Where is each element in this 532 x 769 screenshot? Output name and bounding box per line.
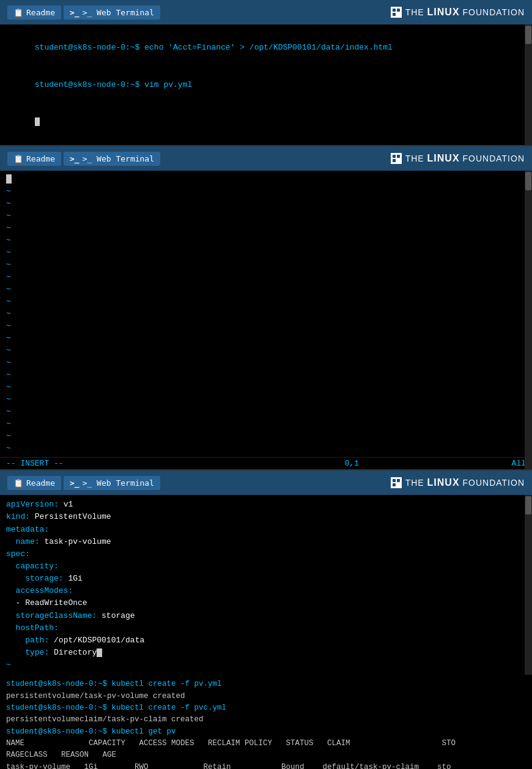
- cmd-line-1-2: student@sk8s-node-0:~$ vim pv.yml: [6, 66, 526, 103]
- cmd-line-1-cursor: [6, 103, 526, 140]
- vim-tilde-10: ~: [6, 295, 526, 308]
- cmd-3-5: student@sk8s-node-0:~$ kubectl get pv: [6, 726, 526, 738]
- yaml-line-3: metadata:: [6, 524, 526, 536]
- scrollbar-2[interactable]: [525, 171, 532, 469]
- yaml-line-7: storage: 1Gi: [6, 573, 526, 585]
- vim-tilde-18: ~: [6, 393, 526, 406]
- vim-tilde-5: ~: [6, 234, 526, 247]
- yaml-line-1: apiVersion: v1: [6, 499, 526, 511]
- vim-tilde-22: ~: [6, 442, 526, 455]
- cmd-area-3[interactable]: student@sk8s-node-0:~$ kubectl create -f…: [0, 675, 532, 769]
- vim-tilde-8: ~: [6, 271, 526, 283]
- terminal-label-2: >_ Web Terminal: [83, 154, 154, 163]
- vim-cursor-2: [6, 174, 12, 184]
- cmd-3-7: RAGECLASS REASON AGE: [6, 749, 526, 761]
- terminal-area-1[interactable]: student@sk8s-node-0:~$ echo 'Acct=Financ…: [0, 24, 532, 145]
- vim-tilde-6: ~: [6, 247, 526, 259]
- vim-tilde-9: ~: [6, 283, 526, 295]
- vim-tilde-7: ~: [6, 259, 526, 271]
- terminal-icon-3: >_: [70, 478, 79, 488]
- linux-foundation-icon-2: [391, 153, 402, 164]
- cmd-3-8: task-pv-volume 1Gi RWO Retain Bound defa…: [6, 762, 526, 769]
- yaml-line-10: storageClassName: storage: [6, 610, 526, 622]
- terminal-tab-1[interactable]: >_ >_ Web Terminal: [64, 6, 160, 20]
- vim-tilde-11: ~: [6, 308, 526, 320]
- cmd-3-1: student@sk8s-node-0:~$ kubectl create -f…: [6, 678, 526, 690]
- vim-tilde-1: ~: [6, 185, 526, 198]
- svg-rect-5: [393, 155, 396, 158]
- vim-statusbar-2: -- INSERT -- 0,1 All: [0, 457, 532, 469]
- yaml-line-13: type: Directory: [6, 647, 526, 659]
- vim-tilde-4: ~: [6, 222, 526, 234]
- svg-rect-10: [397, 479, 400, 482]
- svg-rect-2: [397, 9, 400, 12]
- yaml-area-3[interactable]: apiVersion: v1 kind: PersistentVolume me…: [0, 495, 532, 675]
- panel-3: 📋 Readme >_ >_ Web Terminal THE LINUX FO…: [0, 470, 532, 769]
- header-bar-2: 📋 Readme >_ >_ Web Terminal THE LINUX FO…: [0, 146, 532, 171]
- vim-tilde-13: ~: [6, 332, 526, 344]
- scrollbar-1[interactable]: [525, 24, 532, 145]
- vim-tilde-21: ~: [6, 430, 526, 442]
- yaml-line-6: capacity:: [6, 560, 526, 573]
- terminal-icon-2: >_: [70, 154, 79, 163]
- linux-foundation-icon-3: [391, 477, 402, 488]
- yaml-line-12: path: /opt/KDSP00101/data: [6, 634, 526, 647]
- yaml-line-4: name: task-pv-volume: [6, 536, 526, 548]
- vim-cursor-line: [6, 173, 526, 185]
- header-bar-1: 📋 Readme >_ >_ Web Terminal THE LINUX FO…: [0, 0, 532, 24]
- svg-rect-8: [391, 477, 402, 488]
- readme-icon-3: 📋: [13, 478, 23, 488]
- svg-rect-0: [391, 7, 402, 18]
- prompt-1-2: student@sk8s-node-0:~$ vim pv.yml: [35, 80, 192, 89]
- readme-icon-1: 📋: [13, 8, 23, 17]
- svg-rect-7: [393, 159, 396, 162]
- vim-mode-2: -- INSERT --: [6, 459, 64, 468]
- terminal-icon-1: >_: [70, 8, 79, 17]
- brand-logo-2: THE LINUX FOUNDATION: [391, 153, 525, 164]
- readme-label-1: Readme: [26, 8, 55, 17]
- vim-tilde-20: ~: [6, 418, 526, 430]
- header-tabs-1: 📋 Readme >_ >_ Web Terminal: [7, 6, 160, 20]
- svg-rect-4: [391, 153, 402, 164]
- vim-content-2: ~ ~ ~ ~ ~ ~ ~ ~ ~ ~ ~ ~ ~ ~ ~ ~ ~ ~ ~ ~ …: [0, 171, 532, 457]
- readme-label-2: Readme: [26, 154, 55, 163]
- header-tabs-3: 📋 Readme >_ >_ Web Terminal: [7, 476, 160, 490]
- vim-tilde-17: ~: [6, 381, 526, 393]
- readme-tab-1[interactable]: 📋 Readme: [7, 6, 61, 20]
- panel-2: 📋 Readme >_ >_ Web Terminal THE LINUX FO…: [0, 146, 532, 470]
- terminal-tab-3[interactable]: >_ >_ Web Terminal: [64, 476, 160, 490]
- cursor-1: [35, 117, 40, 126]
- vim-area-2[interactable]: ~ ~ ~ ~ ~ ~ ~ ~ ~ ~ ~ ~ ~ ~ ~ ~ ~ ~ ~ ~ …: [0, 171, 532, 469]
- readme-icon-2: 📋: [13, 154, 23, 163]
- yaml-line-8: accessModes:: [6, 585, 526, 597]
- vim-pos-2: 0,1 All: [345, 459, 526, 468]
- linux-foundation-icon-1: [391, 7, 402, 18]
- yaml-tilde: ~: [6, 659, 526, 671]
- panel-1: 📋 Readme >_ >_ Web Terminal THE LINUX FO…: [0, 0, 532, 146]
- vim-tilde-19: ~: [6, 406, 526, 418]
- brand-text-1: THE LINUX FOUNDATION: [405, 7, 525, 18]
- header-tabs-2: 📋 Readme >_ >_ Web Terminal: [7, 152, 160, 166]
- scrollbar-3[interactable]: [525, 495, 532, 675]
- svg-rect-6: [397, 155, 400, 158]
- brand-logo-1: THE LINUX FOUNDATION: [391, 7, 525, 18]
- prompt-1-1: student@sk8s-node-0:~$ echo 'Acct=Financ…: [35, 43, 393, 52]
- vim-tilde-16: ~: [6, 369, 526, 381]
- yaml-line-11: hostPath:: [6, 622, 526, 634]
- vim-tilde-2: ~: [6, 198, 526, 210]
- readme-tab-2[interactable]: 📋 Readme: [7, 152, 61, 166]
- vim-tilde-12: ~: [6, 320, 526, 332]
- vim-tilde-3: ~: [6, 210, 526, 222]
- cmd-3-3: student@sk8s-node-0:~$ kubectl create -f…: [6, 702, 526, 714]
- vim-tilde-15: ~: [6, 357, 526, 369]
- vim-tilde-14: ~: [6, 344, 526, 357]
- svg-rect-9: [393, 479, 396, 482]
- yaml-line-2: kind: PersistentVolume: [6, 511, 526, 523]
- svg-rect-3: [393, 13, 396, 16]
- yaml-line-5: spec:: [6, 548, 526, 560]
- terminal-label-1: >_ Web Terminal: [83, 8, 154, 17]
- svg-rect-1: [393, 9, 396, 12]
- terminal-label-3: >_ Web Terminal: [83, 478, 154, 488]
- terminal-tab-2[interactable]: >_ >_ Web Terminal: [64, 152, 160, 166]
- readme-tab-3[interactable]: 📋 Readme: [7, 476, 61, 490]
